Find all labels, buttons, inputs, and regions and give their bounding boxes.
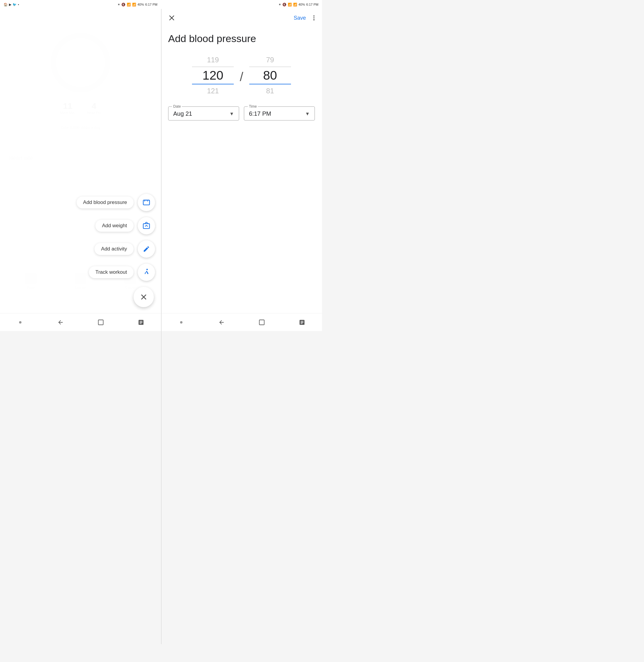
time-value: 6:17 PM bbox=[249, 110, 271, 117]
time-right: 6:17 PM bbox=[306, 3, 318, 6]
wifi-icon-right: 📶 bbox=[288, 3, 292, 6]
diastolic-prev[interactable]: 79 bbox=[266, 53, 274, 67]
bluetooth-icon: ✴ bbox=[117, 3, 120, 6]
form-title: Add blood pressure bbox=[161, 27, 322, 53]
status-bar-left: 🏠 ▶ 🐦 • ✴ 🔇 📶 📶 40% 6:17 PM bbox=[0, 0, 161, 9]
wifi-icon: 📶 bbox=[127, 3, 131, 6]
fab-close-button[interactable] bbox=[134, 287, 154, 307]
form-close-button[interactable] bbox=[166, 12, 178, 24]
svg-point-9 bbox=[19, 321, 21, 323]
date-value: Aug 21 bbox=[173, 110, 192, 117]
fab-btn-blood-pressure[interactable] bbox=[138, 194, 155, 211]
svg-point-14 bbox=[313, 17, 315, 19]
fab-item-blood-pressure[interactable]: Add blood pressure bbox=[77, 194, 155, 211]
systolic-current[interactable]: 120 bbox=[192, 67, 234, 84]
battery-text-left: 40% bbox=[137, 3, 144, 6]
signal-icon-right: 📶 bbox=[293, 3, 297, 6]
right-panel: ✴ 🔇 📶 📶 40% 6:17 PM Save bbox=[161, 0, 322, 331]
signal-icon: 📶 bbox=[132, 3, 136, 6]
fab-label-workout[interactable]: Track workout bbox=[89, 266, 134, 278]
time-left: 6:17 PM bbox=[145, 3, 157, 6]
status-right-left: ✴ 🔇 📶 📶 40% 6:17 PM bbox=[117, 3, 157, 6]
systolic-next[interactable]: 121 bbox=[207, 84, 219, 97]
close-x-icon bbox=[140, 293, 148, 301]
nav-dot-right[interactable] bbox=[175, 316, 187, 328]
svg-point-6 bbox=[146, 269, 148, 270]
date-label: Date bbox=[172, 105, 182, 109]
time-field[interactable]: Time 6:17 PM ▼ bbox=[244, 107, 315, 120]
svg-rect-5 bbox=[143, 224, 150, 228]
date-dropdown-arrow: ▼ bbox=[229, 111, 234, 117]
scale-icon bbox=[142, 222, 151, 230]
fab-item-weight[interactable]: Add weight bbox=[95, 217, 155, 234]
close-icon bbox=[168, 14, 175, 21]
diastolic-column[interactable]: 79 80 81 bbox=[249, 53, 291, 97]
play-icon: ▶ bbox=[9, 3, 11, 6]
dot-nav-icon-right bbox=[180, 321, 182, 323]
fab-label-blood-pressure[interactable]: Add blood pressure bbox=[77, 197, 134, 208]
nav-dot-left[interactable] bbox=[14, 316, 26, 328]
date-field[interactable]: Date Aug 21 ▼ bbox=[168, 107, 239, 120]
dot-icon: • bbox=[18, 3, 19, 6]
more-vert-icon bbox=[311, 15, 317, 21]
fab-item-workout[interactable]: Track workout bbox=[89, 264, 155, 281]
form-actions: Save bbox=[294, 15, 317, 21]
systolic-prev[interactable]: 119 bbox=[207, 53, 219, 67]
nav-recents-left[interactable] bbox=[135, 316, 147, 328]
status-bar-right: ✴ 🔇 📶 📶 40% 6:17 PM bbox=[161, 0, 322, 9]
recents-nav-icon bbox=[138, 319, 144, 326]
nav-recents-right[interactable] bbox=[296, 316, 308, 328]
nav-home-right[interactable] bbox=[256, 316, 268, 328]
fab-item-activity[interactable]: Add activity bbox=[94, 241, 155, 258]
square-nav-icon bbox=[97, 319, 104, 326]
left-panel: 🏠 ▶ 🐦 • ✴ 🔇 📶 📶 40% 6:17 PM 11 Move Min.… bbox=[0, 0, 161, 331]
square-nav-icon-right bbox=[258, 319, 265, 326]
runner-icon bbox=[142, 268, 151, 276]
fab-label-weight[interactable]: Add weight bbox=[95, 220, 134, 232]
diastolic-current[interactable]: 80 bbox=[249, 67, 291, 84]
panel-divider bbox=[161, 9, 162, 331]
time-label: Time bbox=[248, 105, 258, 109]
back-arrow-icon bbox=[57, 319, 64, 326]
bt-icon-right: ✴ bbox=[278, 3, 281, 6]
date-value-row: Aug 21 ▼ bbox=[173, 110, 234, 117]
systolic-column[interactable]: 119 120 121 bbox=[192, 53, 234, 97]
silent-icon-right: 🔇 bbox=[282, 3, 286, 6]
svg-rect-10 bbox=[98, 320, 103, 325]
fab-btn-activity[interactable] bbox=[138, 241, 155, 258]
silent-icon: 🔇 bbox=[121, 3, 125, 6]
nav-back-right[interactable] bbox=[215, 316, 228, 328]
pencil-icon bbox=[143, 246, 150, 253]
time-dropdown-arrow: ▼ bbox=[305, 111, 310, 117]
back-arrow-icon-right bbox=[218, 319, 225, 326]
save-button[interactable]: Save bbox=[294, 15, 306, 21]
more-options-button[interactable] bbox=[311, 15, 317, 21]
fab-menu: Add blood pressure Add weight bbox=[77, 194, 155, 307]
svg-point-16 bbox=[180, 321, 182, 323]
fab-btn-weight[interactable] bbox=[138, 217, 155, 234]
dot-nav-icon bbox=[19, 321, 21, 323]
nav-home-left[interactable] bbox=[95, 316, 107, 328]
svg-point-13 bbox=[313, 16, 315, 17]
diastolic-next[interactable]: 81 bbox=[266, 84, 274, 97]
twitter-icon: 🐦 bbox=[13, 3, 17, 6]
status-right-right: ✴ 🔇 📶 📶 40% 6:17 PM bbox=[278, 3, 318, 6]
nav-back-left[interactable] bbox=[54, 316, 67, 328]
time-value-row: 6:17 PM ▼ bbox=[249, 110, 310, 117]
svg-rect-17 bbox=[259, 320, 264, 325]
battery-text-right: 40% bbox=[298, 3, 305, 6]
recents-nav-icon-right bbox=[299, 319, 305, 326]
fab-label-activity[interactable]: Add activity bbox=[94, 243, 134, 255]
home-icon: 🏠 bbox=[4, 3, 8, 6]
datetime-row: Date Aug 21 ▼ Time 6:17 PM ▼ bbox=[161, 107, 322, 120]
svg-rect-0 bbox=[143, 200, 150, 205]
svg-point-15 bbox=[313, 19, 315, 21]
fab-close-row bbox=[134, 287, 155, 307]
bottom-nav-left bbox=[0, 313, 161, 331]
status-icons-left: 🏠 ▶ 🐦 • bbox=[4, 3, 19, 6]
bp-picker: 119 120 121 / 79 80 81 bbox=[161, 53, 322, 107]
bp-separator: / bbox=[240, 67, 243, 84]
fab-btn-workout[interactable] bbox=[138, 264, 155, 281]
ruler-icon bbox=[142, 198, 151, 207]
bottom-nav-right bbox=[161, 313, 322, 331]
